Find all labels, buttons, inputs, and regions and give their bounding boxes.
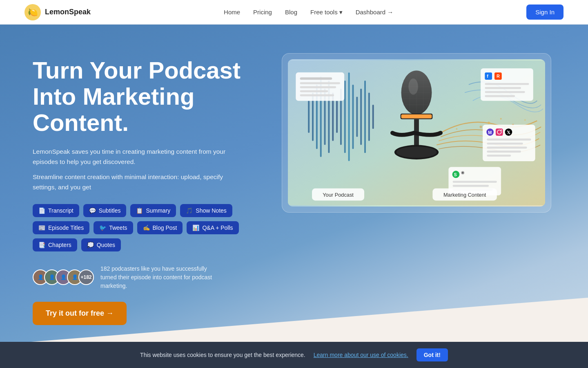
svg-rect-74 [453, 185, 489, 187]
svg-point-60 [501, 130, 502, 131]
svg-point-34 [408, 79, 418, 94]
tag-transcript[interactable]: 📄 Transcript [33, 204, 79, 217]
podcast-scene-svg: f R M [288, 59, 545, 206]
avatar-group: 👤 👤 👤 👤 +182 [33, 269, 94, 285]
nav-blog[interactable]: Blog [285, 9, 297, 16]
cookie-banner: This website uses cookies to ensure you … [0, 342, 588, 368]
svg-point-21 [524, 119, 526, 121]
tag-show-notes[interactable]: 🎵 Show Notes [180, 204, 232, 217]
hero-desc1: LemonSpeak saves you time in creating ma… [33, 147, 237, 167]
svg-rect-67 [487, 155, 511, 157]
tweets-icon: 🐦 [99, 224, 106, 231]
svg-text:Marketing Content: Marketing Content [443, 192, 486, 198]
svg-rect-14 [360, 89, 362, 145]
summary-icon: 📋 [136, 207, 143, 214]
svg-text:M: M [488, 130, 492, 135]
hero-right: f R M [278, 49, 555, 213]
social-proof-text: 182 podcasters like you have successfull… [100, 265, 215, 290]
tag-subtitles[interactable]: 💬 Subtitles [83, 204, 127, 217]
subtitles-icon: 💬 [89, 207, 96, 214]
svg-rect-51 [485, 83, 529, 85]
svg-point-18 [488, 121, 490, 124]
hero-desc2: Streamline content creation with minimal… [33, 172, 237, 193]
svg-point-22 [456, 128, 457, 130]
svg-rect-15 [364, 81, 366, 153]
svg-rect-52 [485, 87, 521, 89]
svg-rect-13 [356, 96, 358, 137]
svg-rect-44 [300, 90, 328, 92]
svg-text:S: S [454, 172, 457, 177]
svg-point-19 [500, 118, 502, 120]
svg-rect-45 [300, 94, 334, 96]
svg-text:𝕏: 𝕏 [507, 130, 510, 135]
brand-name: LemonSpeak [45, 8, 91, 16]
svg-rect-53 [485, 91, 525, 93]
svg-rect-73 [453, 181, 497, 183]
svg-rect-42 [300, 82, 340, 84]
blog-post-icon: ✍️ [143, 224, 150, 231]
svg-text:R: R [497, 74, 500, 79]
svg-rect-41 [300, 77, 332, 80]
social-proof: 👤 👤 👤 👤 +182 182 podcasters like you hav… [33, 265, 253, 290]
svg-rect-11 [348, 72, 350, 161]
nav-dashboard[interactable]: Dashboard → [356, 9, 394, 16]
svg-point-39 [396, 146, 437, 158]
tag-blog-post[interactable]: ✍️ Blog Post [137, 221, 183, 234]
tag-episode-titles[interactable]: 📰 Episode Titles [33, 221, 89, 234]
podcast-image: f R M [288, 59, 545, 206]
qa-polls-icon: 📊 [192, 224, 199, 231]
svg-rect-58 [496, 128, 503, 136]
chapters-icon: 📑 [38, 242, 45, 248]
nav-home[interactable]: Home [224, 9, 240, 16]
svg-text:f: f [487, 74, 488, 79]
cookie-message: This website uses cookies to ensure you … [140, 352, 305, 358]
episode-titles-icon: 📰 [38, 224, 45, 231]
transcript-icon: 📄 [38, 207, 45, 214]
cta-button[interactable]: Try it out for free → [33, 302, 127, 325]
svg-rect-66 [487, 150, 521, 153]
svg-rect-47 [485, 72, 492, 80]
hero-section: Turn Your Podcast Into Marketing Content… [0, 25, 588, 358]
hero-title: Turn Your Podcast Into Marketing Content… [33, 57, 253, 135]
cookie-learn-more[interactable]: Learn more about our use of cookies. [314, 352, 408, 358]
tag-tweets[interactable]: 🐦 Tweets [94, 221, 133, 234]
svg-rect-12 [352, 85, 354, 149]
cookie-accept-button[interactable]: Got it! [416, 348, 448, 361]
svg-rect-54 [485, 95, 515, 97]
tag-summary[interactable]: 📋 Summary [130, 204, 176, 217]
svg-rect-16 [368, 93, 370, 141]
brand-logo[interactable]: 🍋 LemonSpeak [24, 4, 91, 20]
show-notes-icon: 🎵 [186, 207, 193, 214]
svg-rect-1 [308, 101, 310, 133]
signin-button[interactable]: Sign In [526, 4, 564, 20]
svg-rect-43 [300, 86, 336, 88]
logo-icon: 🍋 [24, 4, 41, 20]
svg-rect-64 [487, 143, 523, 145]
svg-rect-8 [336, 101, 338, 133]
navbar: 🍋 LemonSpeak Home Pricing Blog Free tool… [0, 0, 588, 25]
tag-chapters[interactable]: 📑 Chapters [33, 238, 77, 251]
tag-qa-polls[interactable]: 📊 Q&A + Polls [187, 221, 238, 234]
svg-rect-36 [401, 114, 432, 119]
chevron-down-icon: ▾ [339, 9, 343, 16]
feature-tags: 📄 Transcript 💬 Subtitles 📋 Summary 🎵 Sho… [33, 204, 253, 251]
nav-free-tools[interactable]: Free tools ▾ [310, 9, 343, 16]
svg-point-23 [480, 126, 482, 128]
tag-quotes[interactable]: 💭 Quotes [81, 238, 121, 251]
svg-rect-63 [487, 139, 531, 141]
nav-pricing[interactable]: Pricing [253, 9, 272, 16]
podcast-frame: f R M [282, 53, 551, 213]
svg-rect-65 [487, 146, 527, 148]
hero-left: Turn Your Podcast Into Marketing Content… [33, 49, 253, 325]
svg-rect-10 [344, 81, 346, 153]
svg-rect-17 [372, 105, 374, 129]
nav-links: Home Pricing Blog Free tools ▾ Dashboard… [224, 9, 393, 16]
avatar-count: +182 [78, 269, 94, 285]
quotes-icon: 💭 [87, 242, 94, 248]
svg-point-72 [462, 172, 463, 173]
svg-text:Your Podcast: Your Podcast [323, 192, 354, 198]
